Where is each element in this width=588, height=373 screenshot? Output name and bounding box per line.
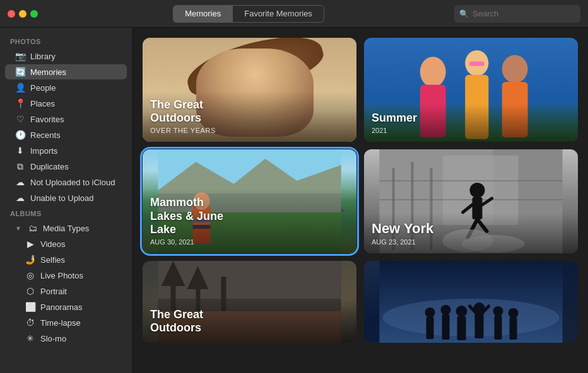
sidebar-item-favorites[interactable]: ♡ Favorites xyxy=(5,112,127,127)
media-types-label: Media Types xyxy=(43,224,89,233)
card-title: The GreatOutdoors xyxy=(150,308,349,335)
sidebar-item-people[interactable]: 👤 People xyxy=(5,80,127,95)
sidebar-item-videos[interactable]: ▶ Videos xyxy=(5,236,127,251)
minimize-button[interactable] xyxy=(19,10,26,18)
library-label: Library xyxy=(30,52,56,61)
card-title: MammothLakes & JuneLake xyxy=(150,196,349,237)
memory-card-great-outdoors-2[interactable]: The GreatOutdoors xyxy=(143,261,356,343)
selfies-label: Selfies xyxy=(40,255,65,265)
media-types-icon: 🗂 xyxy=(28,223,38,233)
svg-rect-48 xyxy=(457,316,466,340)
imports-icon: ⬇ xyxy=(15,146,25,156)
portrait-label: Portrait xyxy=(40,287,67,296)
card-date: AUG 30, 2021 xyxy=(150,238,349,246)
sidebar-item-portrait[interactable]: ⬡ Portrait xyxy=(5,284,127,299)
svg-rect-56 xyxy=(510,318,517,340)
videos-icon: ▶ xyxy=(25,239,35,249)
titlebar: Memories Favorite Memories 🔍 xyxy=(0,0,588,28)
traffic-lights xyxy=(8,10,38,18)
sidebar-item-imports[interactable]: ⬇ Imports xyxy=(5,143,127,158)
svg-rect-54 xyxy=(495,316,502,340)
recents-label: Recents xyxy=(30,130,61,140)
memory-card-silhouette[interactable] xyxy=(364,261,578,343)
card-title: The GreatOutdoors xyxy=(150,98,349,125)
sidebar-item-time-lapse[interactable]: ⏱ Time-lapse xyxy=(5,315,127,330)
card-title: New York xyxy=(372,221,570,237)
card-overlay: The GreatOutdoors OVER THE YEARS xyxy=(143,91,356,142)
live-photos-label: Live Photos xyxy=(40,271,83,280)
search-bar[interactable]: 🔍 xyxy=(454,5,580,23)
memory-card-great-outdoors[interactable]: The GreatOutdoors OVER THE YEARS xyxy=(143,38,356,142)
favorite-memories-tab[interactable]: Favorite Memories xyxy=(232,5,324,23)
svg-point-45 xyxy=(441,305,451,315)
albums-section-label: Albums xyxy=(0,206,132,220)
sidebar-item-slo-mo[interactable]: ✳ Slo-mo xyxy=(5,331,127,346)
not-uploaded-icon: ☁ xyxy=(15,177,25,187)
svg-point-43 xyxy=(425,307,435,318)
maximize-button[interactable] xyxy=(30,10,38,18)
memories-content: The GreatOutdoors OVER THE YEARS xyxy=(132,28,588,373)
card-overlay: MammothLakes & JuneLake AUG 30, 2021 xyxy=(143,188,356,253)
sidebar-item-library[interactable]: 📷 Library xyxy=(5,49,127,64)
places-label: Places xyxy=(30,99,55,108)
portrait-icon: ⬡ xyxy=(25,286,35,296)
time-lapse-icon: ⏱ xyxy=(25,318,35,328)
sidebar-item-unable-upload[interactable]: ☁ Unable to Upload xyxy=(5,190,127,205)
search-icon: 🔍 xyxy=(459,9,469,18)
videos-label: Videos xyxy=(40,239,66,249)
library-icon: 📷 xyxy=(15,51,25,61)
memories-tab[interactable]: Memories xyxy=(173,5,232,23)
search-input[interactable] xyxy=(473,9,575,18)
card-date: 2021 xyxy=(372,127,570,134)
panoramas-label: Panoramas xyxy=(40,302,82,312)
svg-rect-44 xyxy=(426,317,434,339)
recents-icon: 🕐 xyxy=(15,130,25,140)
sidebar-item-panoramas[interactable]: ⬜ Panoramas xyxy=(5,299,127,314)
unable-upload-icon: ☁ xyxy=(15,193,25,203)
panoramas-icon: ⬜ xyxy=(25,302,35,312)
favorites-label: Favorites xyxy=(30,115,64,124)
memory-card-summer[interactable]: Summer 2021 xyxy=(364,38,578,142)
sidebar-item-media-types[interactable]: ▼ 🗂 Media Types xyxy=(5,221,127,236)
svg-point-47 xyxy=(456,306,467,317)
card-title: Summer xyxy=(372,112,570,125)
slo-mo-icon: ✳ xyxy=(25,333,35,343)
card-overlay: The GreatOutdoors xyxy=(143,301,356,343)
svg-point-42 xyxy=(383,299,560,336)
imports-label: Imports xyxy=(30,146,57,156)
svg-rect-33 xyxy=(158,261,341,299)
memories-icon: 🔄 xyxy=(15,67,25,77)
close-button[interactable] xyxy=(8,10,15,18)
svg-point-53 xyxy=(493,306,503,316)
svg-point-0 xyxy=(420,56,446,86)
sidebar-item-memories[interactable]: 🔄 Memories xyxy=(5,64,127,79)
card-subtitle: OVER THE YEARS xyxy=(150,127,349,134)
places-icon: 📍 xyxy=(15,98,25,108)
live-photos-icon: ◎ xyxy=(25,270,35,280)
time-lapse-label: Time-lapse xyxy=(40,318,81,328)
duplicates-icon: ⧉ xyxy=(15,161,25,171)
memory-card-new-york[interactable]: New York AUG 23, 2021 xyxy=(364,149,578,253)
svg-point-24 xyxy=(470,183,485,198)
svg-rect-46 xyxy=(442,314,450,340)
memories-label: Memories xyxy=(30,67,66,77)
card-overlay: Summer 2021 xyxy=(364,104,578,142)
sidebar-item-recents[interactable]: 🕐 Recents xyxy=(5,127,127,142)
sidebar-item-live-photos[interactable]: ◎ Live Photos xyxy=(5,268,127,283)
sidebar-item-places[interactable]: 📍 Places xyxy=(5,96,127,111)
memories-grid: The GreatOutdoors OVER THE YEARS xyxy=(143,38,578,343)
unable-upload-label: Unable to Upload xyxy=(30,193,93,203)
favorites-icon: ♡ xyxy=(15,114,25,124)
svg-point-55 xyxy=(509,308,519,318)
people-icon: 👤 xyxy=(15,83,25,93)
svg-rect-6 xyxy=(469,61,485,66)
sidebar-item-selfies[interactable]: 🤳 Selfies xyxy=(5,252,127,267)
photos-section-label: Photos xyxy=(0,34,132,48)
sidebar-item-duplicates[interactable]: ⧉ Duplicates xyxy=(5,159,127,174)
people-label: People xyxy=(30,83,56,93)
duplicates-label: Duplicates xyxy=(30,162,69,171)
sidebar-item-not-uploaded[interactable]: ☁ Not Uploaded to iCloud xyxy=(5,175,127,190)
tab-bar: Memories Favorite Memories xyxy=(48,5,449,23)
memory-card-mammoth[interactable]: MammothLakes & JuneLake AUG 30, 2021 xyxy=(143,149,356,253)
main-layout: Photos 📷 Library 🔄 Memories 👤 People 📍 P… xyxy=(0,28,588,373)
